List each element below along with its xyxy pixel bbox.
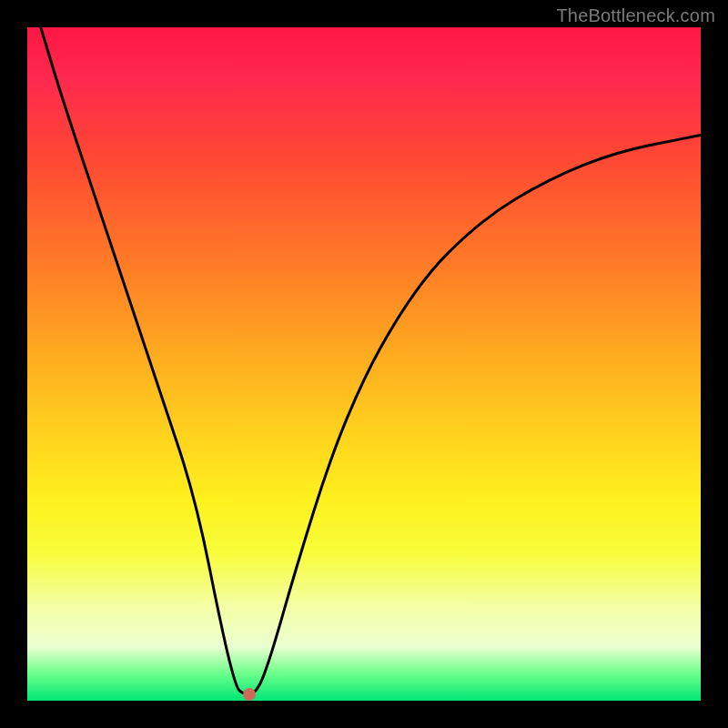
optimal-point-dot — [243, 688, 256, 701]
bottleneck-curve-path — [41, 27, 701, 694]
watermark-text: TheBottleneck.com — [556, 5, 715, 26]
chart-curve-svg — [27, 27, 701, 701]
plot-area — [27, 27, 701, 701]
outer-frame: TheBottleneck.com — [0, 0, 728, 728]
